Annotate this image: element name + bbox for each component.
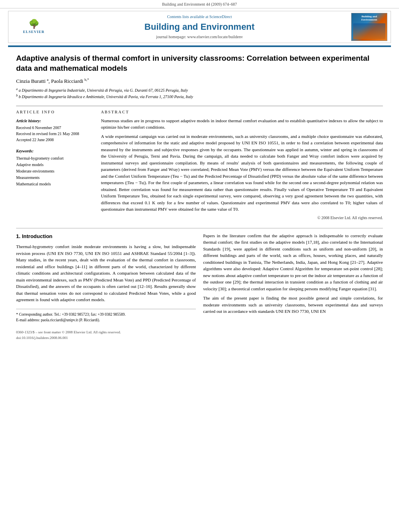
elsevier-logo: 🌳 ELSEVIER (16, 17, 52, 37)
bottom-bar: 0360-1323/$ – see front matter © 2008 El… (16, 329, 196, 341)
body-para-right-2: The aim of the present paper is finding … (203, 295, 383, 315)
affil-a: a (47, 78, 49, 82)
article-content: Adaptive analysis of thermal comfort in … (0, 49, 399, 349)
journal-citation: Building and Environment 44 (2009) 674–6… (0, 0, 399, 8)
revised-date: Received in revised form 21 May 2008 (16, 131, 95, 137)
affiliation-b: b b Dipartimento di Ingegneria Idraulica… (16, 93, 383, 100)
elsevier-logo-section: 🌳 ELSEVIER (12, 17, 56, 37)
keyword-1: Thermal-hygrometry comfort (16, 155, 95, 162)
keyword-4: Measurements (16, 175, 95, 181)
article-info-label: ARTICLE INFO (16, 109, 95, 115)
elsevier-tree-icon: 🌳 (29, 20, 39, 29)
accepted-date: Accepted 22 June 2008 (16, 137, 95, 143)
footnotes-section: * Corresponding author. Tel.: +39 0382 9… (16, 309, 196, 323)
body-right-col: Papers in the literature confirm that th… (203, 232, 383, 341)
body-text-left: Thermal-hygrometry comfort inside modera… (16, 243, 196, 303)
article-info-abstract-section: ARTICLE INFO Article history: Received 6… (16, 106, 383, 221)
sciencedirect-link[interactable]: Contents lists available at ScienceDirec… (60, 14, 339, 20)
abstract-para-1: Numerous studies are in progress to supp… (101, 117, 383, 131)
author-cinzia: Cinzia Buratti (16, 78, 45, 84)
abstract-column: ABSTRACT Numerous studies are in progres… (101, 109, 383, 221)
affil-b-text: b Dipartimento di Ingegneria Idraulica e… (19, 95, 193, 99)
body-left-col: 1. Introduction Thermal-hygrometry comfo… (16, 232, 196, 341)
email-note: E-mail address: paola.ricciardi@unipv.it… (16, 317, 196, 323)
keyword-3: Moderate environments (16, 168, 95, 175)
affil-sup-b: b (16, 94, 18, 97)
body-para-left-1: Thermal-hygrometry comfort inside modera… (16, 243, 196, 303)
doi-line: doi:10.1016/j.buildenv.2008.06.001 (16, 335, 196, 341)
keywords-list: Thermal-hygrometry comfort Adaptive mode… (16, 155, 95, 187)
body-divider (16, 228, 383, 228)
abstract-label: ABSTRACT (101, 109, 383, 115)
body-section: 1. Introduction Thermal-hygrometry comfo… (16, 232, 383, 341)
affiliation-a: a a Dipartimento di Ingegneria Industria… (16, 87, 383, 93)
keywords-label: Keywords: (16, 148, 95, 154)
cover-graphic (353, 23, 385, 39)
affil-sup-a: a (16, 87, 18, 91)
article-title: Adaptive analysis of thermal comfort in … (16, 53, 383, 73)
body-text-right: Papers in the literature confirm that th… (203, 232, 383, 315)
journal-cover-image: Building andEnvironment (351, 13, 387, 41)
journal-homepage: journal homepage: www.elsevier.com/locat… (60, 34, 339, 40)
received-date: Received 6 November 2007 (16, 125, 95, 131)
journal-cover-section: Building andEnvironment (343, 13, 387, 41)
page: Building and Environment 44 (2009) 674–6… (0, 0, 399, 532)
abstract-text: Numerous studies are in progress to supp… (101, 117, 383, 213)
copyright-line: © 2008 Elsevier Ltd. All rights reserved… (101, 215, 383, 221)
authors-line: Cinzia Buratti a, Paola Ricciardi b,* (16, 77, 383, 85)
sciencedirect-link-text[interactable]: ScienceDirect (209, 14, 232, 19)
article-info-column: ARTICLE INFO Article history: Received 6… (16, 109, 95, 221)
affil-b: b,* (84, 78, 89, 82)
article-history-label: Article history: (16, 118, 95, 124)
section1-title: 1. Introduction (16, 232, 196, 240)
corresponding-author-note: * Corresponding author. Tel.: +39 0382 9… (16, 312, 196, 317)
abstract-para-2: A wide experimental campaign was carried… (101, 133, 383, 213)
header-divider (8, 45, 391, 47)
body-para-right-1: Papers in the literature confirm that th… (203, 232, 383, 292)
journal-title-section: Contents lists available at ScienceDirec… (56, 14, 343, 40)
journal-citation-text: Building and Environment 44 (2009) 674–6… (162, 2, 237, 6)
elsevier-wordmark: ELSEVIER (23, 29, 45, 35)
journal-header: 🌳 ELSEVIER Contents lists available at S… (8, 11, 391, 43)
affil-a-text: a Dipartimento di Ingegneria Industriale… (19, 88, 188, 92)
keyword-5: Mathematical models (16, 181, 95, 187)
author-paola: Paola Ricciardi (51, 78, 83, 84)
sciencedirect-prefix: Contents lists available at (167, 14, 209, 19)
keyword-2: Adaptive models (16, 162, 95, 168)
journal-title: Building and Environment (60, 21, 339, 33)
affiliations: a a Dipartimento di Ingegneria Industria… (16, 87, 383, 100)
issn-line: 0360-1323/$ – see front matter © 2008 El… (16, 329, 196, 335)
cover-title-text: Building andEnvironment (361, 15, 377, 22)
